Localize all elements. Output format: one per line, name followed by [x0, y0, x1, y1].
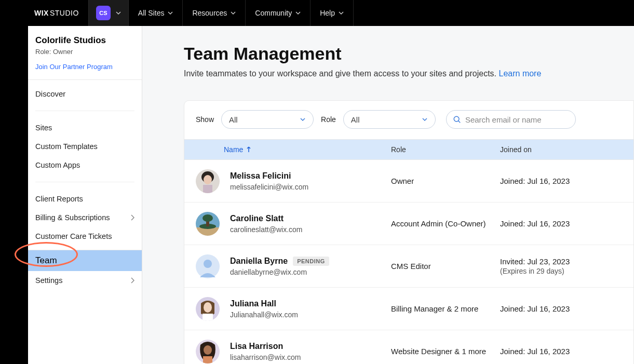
page-title: Team Management [184, 44, 634, 64]
learn-more-link[interactable]: Learn more [499, 69, 542, 78]
sidebar-item-label: Discover [35, 89, 65, 98]
joined-cell: Joined: Jul 16, 2023 [500, 347, 633, 356]
sidebar-item-label: Customer Care Tickets [35, 232, 112, 240]
brand-wix: WIX [34, 9, 49, 17]
nav-label: Help [320, 9, 335, 17]
page-subtitle-text: Invite teammates to your workspace and g… [184, 69, 499, 78]
nav-all-sites[interactable]: All Sites [129, 0, 183, 26]
nav-label: All Sites [138, 9, 165, 17]
divider [35, 111, 134, 111]
workspace-header: Colorlife Studios Role: Owner Join Our P… [28, 26, 142, 79]
chevron-down-icon [339, 10, 344, 16]
table-body: Melissa Felicinimelissafelicini@wix.comO… [184, 160, 633, 364]
pending-badge: PENDING [293, 257, 329, 266]
search-field[interactable] [446, 110, 576, 129]
sidebar-item-discover[interactable]: Discover [28, 84, 142, 103]
sidebar-item-label: Team [28, 255, 57, 266]
joined-cell: Joined: Jul 16, 2023 [500, 304, 633, 313]
search-input[interactable] [465, 115, 569, 124]
col-header-name[interactable]: Name [184, 145, 391, 154]
sidebar-item-client-reports[interactable]: Client Reports [28, 190, 142, 208]
member-name: Daniella ByrnePENDING [230, 257, 329, 266]
filters-row: Show All Role All [184, 101, 633, 139]
avatar [196, 169, 220, 193]
team-table-card: Show All Role All Name Role Joined on [184, 100, 634, 364]
sidebar-item-custom-templates[interactable]: Custom Templates [28, 137, 142, 156]
avatar [196, 297, 220, 321]
joined-cell: Invited: Jul 23, 2023(Expires in 29 days… [500, 257, 633, 275]
workspace-name: Colorlife Studios [35, 35, 134, 46]
member-email: Julianahall@wix.com [230, 311, 298, 319]
chevron-down-icon [295, 10, 301, 16]
col-header-role[interactable]: Role [391, 145, 500, 154]
search-icon [453, 115, 461, 124]
col-header-label: Name [224, 145, 243, 154]
name-cell: Melissa Felicinimelissafelicini@wix.com [184, 169, 391, 193]
avatar [196, 340, 220, 363]
svg-point-10 [203, 214, 213, 222]
page-subtitle: Invite teammates to your workspace and g… [184, 69, 634, 78]
nav-label: Community [255, 9, 292, 17]
sidebar-item-label: Sites [35, 124, 52, 132]
table-row[interactable]: Caroline Slattcarolineslatt@wix.comAccou… [184, 203, 633, 245]
col-header-joined[interactable]: Joined on [500, 145, 633, 154]
member-name: Caroline Slatt [230, 214, 302, 223]
sidebar-item-billing[interactable]: Billing & Subscriptions [28, 208, 142, 227]
sort-asc-icon [246, 146, 251, 153]
table-row[interactable]: Melissa Felicinimelissafelicini@wix.comO… [184, 160, 633, 203]
member-email: melissafelicini@wix.com [230, 183, 308, 191]
svg-point-12 [204, 260, 212, 268]
avatar [196, 254, 220, 278]
top-nav: All Sites Resources Community Help [129, 0, 354, 26]
nav-community[interactable]: Community [246, 0, 311, 26]
role-cell: CMS Editor [391, 262, 500, 271]
svg-point-4 [204, 175, 212, 184]
role-cell: Owner [391, 177, 500, 185]
sidebar-item-team[interactable]: Team [28, 250, 142, 271]
workspace-role: Role: Owner [35, 48, 134, 56]
name-cell: Caroline Slattcarolineslatt@wix.com [184, 212, 391, 236]
table-row[interactable]: Lisa Harrisonlisaharrison@wix.comWebsite… [184, 330, 633, 364]
top-bar: WIXSTUDIO CS All Sites Resources Communi… [0, 0, 634, 26]
main-content: Team Management Invite teammates to your… [142, 26, 634, 364]
table-row[interactable]: Daniella ByrnePENDINGdaniellabyrne@wix.c… [184, 245, 633, 288]
sidebar: Colorlife Studios Role: Owner Join Our P… [28, 26, 142, 364]
sidebar-item-label: Custom Templates [35, 142, 98, 151]
chevron-right-icon [130, 277, 134, 284]
svg-point-0 [454, 116, 459, 122]
partner-program-link[interactable]: Join Our Partner Program [35, 63, 113, 71]
chevron-down-icon [116, 10, 121, 16]
table-header: Name Role Joined on [184, 139, 633, 160]
sidebar-item-care-tickets[interactable]: Customer Care Tickets [28, 227, 142, 246]
table-row[interactable]: Juliana HallJulianahall@wix.comBilling M… [184, 288, 633, 330]
nav-resources[interactable]: Resources [183, 0, 246, 26]
chevron-down-icon [231, 10, 236, 16]
role-label: Role [321, 115, 336, 124]
role-filter-select[interactable]: All [343, 110, 436, 129]
role-cell: Website Designer & 1 more [391, 347, 500, 356]
chevron-down-icon [168, 10, 173, 16]
show-filter-select[interactable]: All [221, 110, 314, 129]
sidebar-item-custom-apps[interactable]: Custom Apps [28, 156, 142, 174]
member-name: Melissa Felicini [230, 171, 308, 181]
svg-rect-15 [203, 314, 213, 321]
sidebar-item-settings[interactable]: Settings [28, 271, 142, 290]
brand-logo[interactable]: WIXSTUDIO [28, 0, 88, 26]
svg-rect-18 [203, 356, 212, 363]
divider [35, 182, 134, 182]
nav-help[interactable]: Help [311, 0, 354, 26]
avatar [196, 212, 220, 236]
select-value: All [351, 115, 360, 124]
name-cell: Juliana HallJulianahall@wix.com [184, 297, 391, 321]
sidebar-item-label: Custom Apps [35, 161, 80, 169]
sidebar-item-sites[interactable]: Sites [28, 118, 142, 137]
svg-line-1 [458, 121, 461, 123]
nav-label: Resources [192, 9, 227, 17]
name-cell: Lisa Harrisonlisaharrison@wix.com [184, 340, 391, 363]
chevron-down-icon [422, 116, 428, 123]
member-name: Lisa Harrison [230, 342, 301, 351]
svg-rect-5 [203, 185, 212, 193]
workspace-switcher[interactable]: CS [88, 0, 129, 26]
joined-cell: Joined: Jul 16, 2023 [500, 219, 633, 228]
chevron-down-icon [300, 116, 306, 123]
